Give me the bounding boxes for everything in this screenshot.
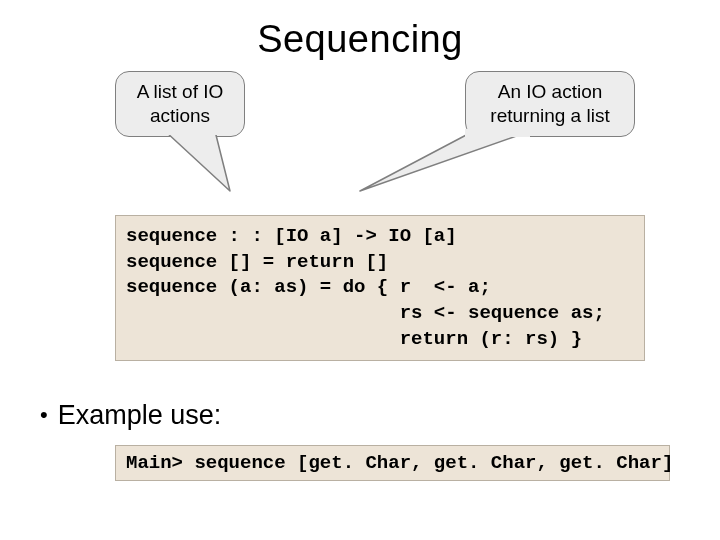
callout-left: A list of IO actions (115, 71, 245, 137)
callout-left-text: A list of IO actions (137, 81, 224, 126)
callouts-area: A list of IO actions An IO action return… (0, 61, 720, 191)
callout-right: An IO action returning a list (465, 71, 635, 137)
callout-tail-right-icon (350, 133, 530, 198)
callout-tail-left-icon (160, 131, 260, 196)
svg-rect-1 (160, 127, 222, 135)
slide: Sequencing A list of IO actions An IO ac… (0, 0, 720, 540)
bullet-text: Example use: (58, 400, 222, 430)
code-example: Main> sequence [get. Char, get. Char, ge… (115, 445, 670, 481)
bullet-row: •Example use: (40, 400, 221, 431)
bullet-dot-icon: • (40, 402, 48, 428)
callout-right-text: An IO action returning a list (490, 81, 609, 126)
slide-title: Sequencing (0, 0, 720, 61)
svg-marker-2 (360, 133, 525, 191)
svg-rect-3 (465, 129, 530, 137)
code-main: sequence : : [IO a] -> IO [a] sequence [… (115, 215, 645, 361)
svg-marker-0 (165, 131, 230, 191)
